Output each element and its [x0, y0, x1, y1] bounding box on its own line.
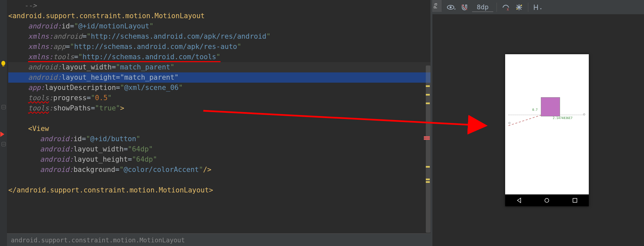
code-attr: layout_height	[73, 155, 128, 163]
code-val: match_parent	[124, 73, 175, 81]
code-val: http://schemas.android.com/apk/res-auto	[74, 43, 237, 51]
code-attr: layoutDescription	[45, 84, 116, 92]
visibility-icon[interactable]	[446, 2, 457, 13]
code-attr: id	[61, 22, 70, 30]
editor-gutter	[0, 0, 7, 246]
motion-path-handle[interactable]	[508, 122, 510, 124]
pack-icon[interactable]	[532, 2, 543, 13]
code-ns: tools	[28, 104, 49, 112]
stripe-warning[interactable]	[426, 181, 430, 183]
code-attr: app	[53, 43, 66, 51]
code-attr: background	[73, 166, 115, 174]
infer-constraints-icon[interactable]	[513, 2, 525, 13]
svg-marker-9	[454, 9, 456, 10]
scrollbar-thumb[interactable]	[426, 65, 430, 233]
stripe-error[interactable]	[424, 138, 430, 140]
code-attr: id	[73, 135, 82, 143]
code-ns: app	[28, 84, 41, 92]
code-comment: -->	[24, 2, 37, 10]
svg-marker-23	[517, 198, 521, 203]
code-val: match_parent	[120, 63, 170, 71]
code-open-tag: android.support.constraint.motion.Motion…	[13, 12, 205, 20]
code-ns: android	[28, 73, 58, 81]
code-ns: xmlns	[28, 32, 49, 40]
preview-view-button[interactable]	[541, 97, 560, 116]
svg-rect-25	[573, 198, 577, 202]
svg-point-16	[521, 5, 522, 6]
code-val: http://schemas.android.com/apk/res/andro…	[91, 32, 266, 40]
code-val: @+id/motionLayout	[78, 22, 149, 30]
breadcrumb[interactable]: android.support.constraint.motion.Motion…	[7, 233, 430, 246]
nav-recents-icon[interactable]	[572, 197, 578, 203]
code-val: 0.5	[95, 94, 107, 102]
code-view-tag: View	[32, 125, 49, 133]
svg-point-8	[450, 6, 452, 8]
code-val: http://schemas.android.com/tools	[82, 53, 216, 61]
stripe-warning[interactable]	[426, 102, 430, 104]
code-ns: android	[40, 155, 69, 163]
code-val: 64dp	[132, 145, 149, 153]
default-spacing-field[interactable]: 8dp	[472, 3, 493, 12]
code-attr: android	[53, 32, 83, 40]
code-ns: xmlns	[28, 43, 49, 51]
svg-text:x: x	[507, 7, 509, 11]
editor-marker-stripe[interactable]	[424, 0, 430, 246]
code-ns: android	[40, 166, 69, 174]
code-attr: layout_width	[61, 63, 112, 71]
svg-point-17	[516, 8, 518, 10]
code-attr: tools	[53, 53, 74, 61]
stripe-warning[interactable]	[426, 94, 430, 96]
nav-home-icon[interactable]	[544, 197, 550, 203]
breakpoint-arrow-icon[interactable]	[0, 132, 7, 138]
collapse-icon[interactable]	[0, 142, 7, 148]
motion-path-label: 2.1474836E7	[553, 116, 573, 120]
phone-nav-bar	[505, 194, 589, 206]
code-ns: xmlns	[28, 53, 49, 61]
code-ns: android	[40, 145, 69, 153]
code-ns: android	[28, 22, 58, 30]
design-canvas[interactable]: 0.7 2.1474836E7	[432, 15, 644, 246]
motion-path-label: 0.7	[532, 108, 538, 111]
code-close-tag: android.support.constraint.motion.Motion…	[17, 186, 209, 194]
code-val: 64dp	[136, 155, 153, 163]
svg-point-0	[1, 61, 5, 65]
code-val: @xml/scene_06	[124, 84, 179, 92]
clear-constraints-icon[interactable]: x	[500, 2, 511, 13]
code-ns: android	[28, 63, 58, 71]
motion-path-handle[interactable]	[583, 113, 585, 115]
code-attr: layout_width	[73, 145, 124, 153]
stripe-error[interactable]	[424, 136, 430, 138]
code-ns: android	[40, 135, 69, 143]
code-val: @color/colorAccent	[124, 166, 199, 174]
design-toolbar: 8dp x	[432, 0, 644, 15]
svg-marker-4	[0, 132, 4, 137]
svg-marker-21	[540, 8, 542, 10]
stripe-warning[interactable]	[426, 166, 430, 168]
code-editor[interactable]: --> <android.support.constraint.motion.M…	[7, 0, 430, 246]
stripe-warning[interactable]	[426, 179, 430, 180]
nav-back-icon[interactable]	[516, 197, 522, 203]
stripe-warning[interactable]	[426, 85, 430, 87]
code-attr: progress	[53, 94, 87, 102]
code-val: true	[99, 104, 116, 112]
collapse-icon[interactable]	[0, 104, 7, 111]
phone-frame: 0.7 2.1474836E7	[505, 54, 589, 206]
magnet-icon[interactable]	[459, 2, 470, 13]
svg-rect-1	[2, 65, 4, 66]
palette-tab[interactable]: Pa	[432, 0, 442, 12]
code-val: @+id/button	[90, 135, 136, 143]
design-preview-panel: Pa 8dp x	[432, 0, 644, 246]
code-attr: layout_height	[61, 73, 116, 81]
svg-point-24	[545, 198, 549, 202]
intention-bulb-icon[interactable]	[0, 60, 7, 69]
code-attr: showPaths	[53, 104, 91, 112]
code-ns: tools	[28, 94, 49, 102]
